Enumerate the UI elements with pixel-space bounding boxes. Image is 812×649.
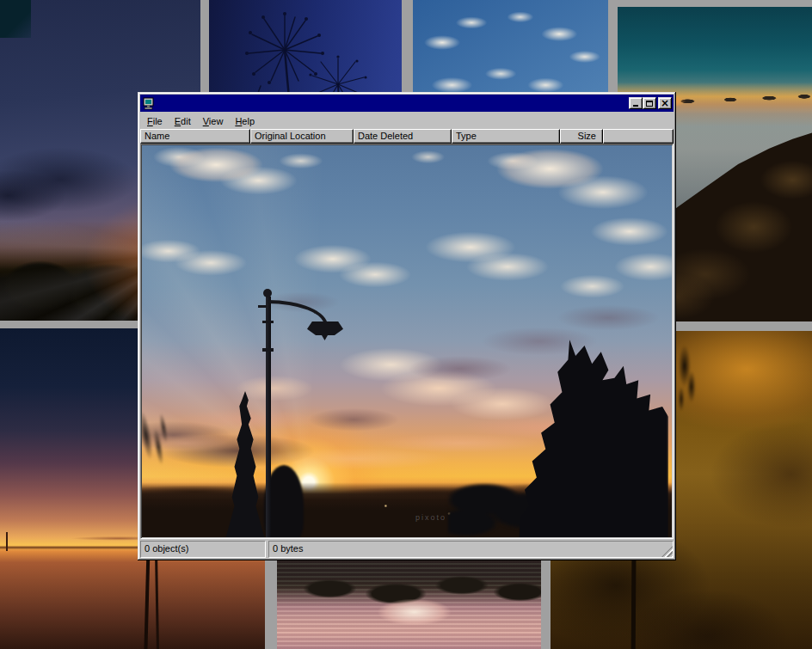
maximize-icon	[646, 101, 653, 107]
maximize-button[interactable]	[643, 97, 656, 109]
lake-pole	[155, 554, 159, 649]
column-header-original-location[interactable]: Original Location	[250, 129, 354, 144]
menu-file[interactable]: File	[141, 114, 169, 128]
street-lamp-collar	[262, 321, 274, 323]
minimize-icon	[633, 105, 638, 107]
photo-tile-dark-corner	[0, 0, 31, 38]
photo-watermark: pixoto	[415, 513, 446, 522]
menu-view[interactable]: View	[197, 114, 230, 128]
status-object-count: 0 object(s)	[140, 541, 266, 558]
column-header-date-deleted[interactable]: Date Deleted	[354, 129, 452, 144]
lake-pole	[6, 532, 8, 551]
status-byte-count: 0 bytes	[268, 541, 674, 558]
computer-icon[interactable]	[142, 97, 156, 110]
minimize-button[interactable]	[629, 97, 643, 109]
menu-edit[interactable]: Edit	[169, 114, 197, 128]
close-button[interactable]: ×	[658, 97, 672, 109]
column-header-row: Name Original Location Date Deleted Type…	[140, 129, 674, 144]
street-lamp-pole	[266, 297, 271, 537]
close-icon: ×	[661, 99, 669, 107]
street-lamp-collar	[262, 348, 274, 352]
twig-silhouette	[674, 341, 701, 424]
status-bar: 0 object(s) 0 bytes	[140, 541, 674, 558]
title-bar[interactable]: ×	[140, 95, 674, 112]
lake-pole	[144, 548, 150, 649]
column-header-type[interactable]: Type	[452, 129, 560, 144]
column-header-filler[interactable]	[603, 129, 674, 144]
list-view-area[interactable]: pixoto	[140, 144, 674, 539]
desktop: { "window": { "title": "", "icon": "comp…	[0, 0, 812, 649]
column-header-name[interactable]: Name	[140, 129, 250, 144]
sunset-lamp-photo: pixoto	[142, 145, 672, 537]
menu-help[interactable]: Help	[229, 114, 261, 128]
street-lamp-bracket	[258, 305, 267, 308]
menu-bar: File Edit View Help	[140, 112, 674, 129]
column-header-size[interactable]: Size	[560, 129, 603, 144]
recycle-bin-window: × File Edit View Help Name Original Loca…	[138, 92, 676, 560]
street-lamp-finial	[263, 289, 272, 297]
